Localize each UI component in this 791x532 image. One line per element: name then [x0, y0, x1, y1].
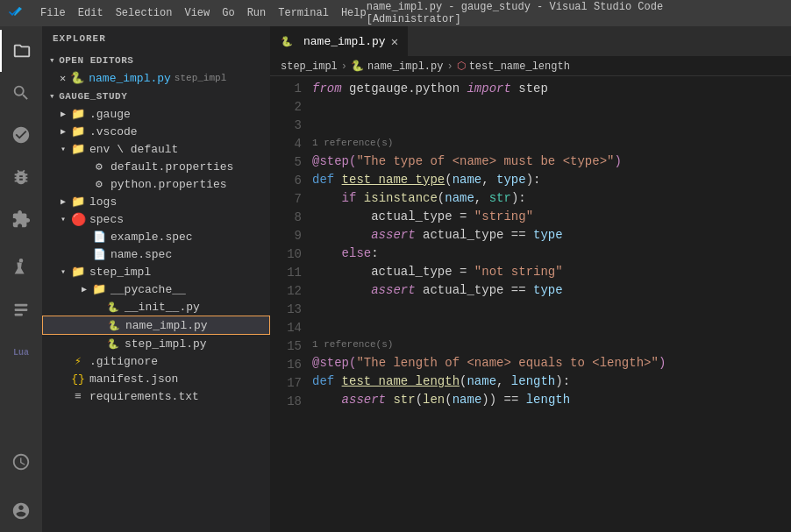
code-line-4: @step("The type of <name> must be <type>… [312, 153, 777, 171]
folder-logs-label: logs [89, 195, 117, 209]
py-name-impl-icon: 🐍 [106, 317, 122, 333]
file-python-properties[interactable]: ⚙ python.properties [42, 175, 270, 193]
folder-step-impl-arrow: ▾ [56, 266, 70, 277]
vscode-app-icon [9, 6, 23, 20]
file-name-impl-py[interactable]: 🐍 name_impl.py [42, 316, 270, 335]
tab-bar: 🐍 name_impl.py ✕ [270, 26, 791, 57]
activity-extensions[interactable] [0, 198, 42, 240]
folder-vscode-label: .vscode [89, 125, 138, 138]
code-line-6: if isinstance(name, str): [312, 189, 777, 208]
code-content[interactable]: from getgauge.python import step 1 refer… [312, 80, 791, 532]
account-icon [11, 500, 32, 521]
folder-env-arrow: ▾ [56, 144, 70, 154]
folder-env-icon: 📁 [70, 141, 86, 157]
activity-gauge-bottom[interactable] [0, 441, 42, 483]
menu-run[interactable]: Run [247, 7, 267, 19]
breadcrumb-function: test_name_length [469, 60, 570, 73]
folder-step-impl[interactable]: ▾ 📁 step_impl [42, 263, 270, 280]
folder-env[interactable]: ▾ 📁 env \ default [42, 140, 270, 158]
open-editor-name-impl[interactable]: ✕ 🐍 name_impl.py step_impl [42, 69, 270, 87]
code-line-1: from getgauge.python import step [312, 80, 777, 98]
file-example-spec-label: example.spec [110, 231, 193, 244]
close-icon[interactable]: ✕ [60, 72, 66, 85]
breadcrumb: step_impl › 🐍 name_impl.py › ⬡ test_name… [270, 57, 791, 76]
file-name-spec[interactable]: 📄 name.spec [42, 245, 270, 263]
svg-rect-1 [15, 309, 28, 311]
svg-rect-2 [15, 314, 23, 316]
file-requirements-txt[interactable]: ≡ requirements.txt [42, 387, 270, 405]
activity-search[interactable] [0, 72, 42, 114]
folder-vscode[interactable]: ▶ 📁 .vscode [42, 123, 270, 140]
folder-logs-arrow: ▶ [56, 196, 70, 207]
file-init-py-label: __init__.py [125, 301, 200, 314]
code-line-10: actual_type = "not string" [312, 263, 777, 281]
tab-py-icon: 🐍 [279, 33, 295, 49]
activity-explorer[interactable] [0, 30, 42, 72]
folder-vscode-arrow: ▶ [56, 126, 70, 137]
gear-file-icon2: ⚙ [91, 176, 107, 192]
file-example-spec[interactable]: 📄 example.spec [42, 228, 270, 245]
editor-area: 🐍 name_impl.py ✕ step_impl › 🐍 name_impl… [270, 26, 791, 532]
file-manifest-json-label: manifest.json [89, 372, 178, 386]
menu-edit[interactable]: Edit [78, 7, 103, 19]
folder-gauge-arrow: ▶ [56, 109, 70, 119]
folder-icon: 📁 [70, 106, 86, 122]
activity-debug[interactable] [0, 156, 42, 198]
code-line-9: else: [312, 245, 777, 263]
spec-file-icon: 📄 [91, 229, 107, 245]
activity-bar: Lua [0, 26, 42, 532]
breadcrumb-py-icon-inline: 🐍 [351, 60, 364, 73]
code-line-5: def test_name_type(name, type): [312, 171, 777, 189]
file-step-impl-py[interactable]: 🐍 step_impl.py [42, 335, 270, 352]
file-default-properties[interactable]: ⚙ default.properties [42, 158, 270, 175]
folder-pycache[interactable]: ▶ 📁 __pycache__ [42, 280, 270, 298]
activity-beaker[interactable] [0, 247, 42, 289]
activity-lua[interactable]: Lua [0, 331, 42, 373]
explorer-title: EXPLORER [42, 26, 270, 51]
menu-terminal[interactable]: Terminal [278, 7, 329, 19]
file-gitignore[interactable]: ⚡ .gitignore [42, 352, 270, 370]
title-bar-left: File Edit Selection View Go Run Terminal… [9, 6, 367, 20]
sidebar: EXPLORER ▾ OPEN EDITORS ✕ 🐍 name_impl.py… [42, 26, 270, 532]
folder-specs[interactable]: ▾ 🔴 specs [42, 210, 270, 228]
folder-step-impl-label: step_impl [89, 266, 151, 279]
folder-gauge[interactable]: ▶ 📁 .gauge [42, 105, 270, 123]
tab-name-impl-py[interactable]: 🐍 name_impl.py ✕ [270, 26, 408, 56]
menu-file[interactable]: File [40, 7, 66, 19]
menu-view[interactable]: View [184, 7, 210, 19]
menu-selection[interactable]: Selection [116, 7, 173, 19]
code-line-7: actual_type = "string" [312, 208, 777, 226]
menu-help[interactable]: Help [341, 7, 367, 19]
activity-source-control[interactable] [0, 114, 42, 156]
folder-env-label: env \ default [89, 143, 178, 156]
title-bar: File Edit Selection View Go Run Terminal… [0, 0, 791, 26]
code-line-13 [312, 318, 777, 337]
git-icon [11, 124, 32, 145]
project-arrow: ▾ [49, 90, 55, 102]
folder-step-impl-icon: 📁 [70, 264, 86, 280]
project-header[interactable]: ▾ GAUGE_STUDY [42, 87, 270, 105]
folder-pycache-label: __pycache__ [110, 283, 186, 296]
folder-logs[interactable]: ▶ 📁 logs [42, 193, 270, 210]
main-layout: Lua EXPLORER ▾ OPEN EDITORS ✕ 🐍 name_imp… [0, 26, 791, 532]
py-init-icon: 🐍 [105, 299, 121, 315]
open-editors-arrow: ▾ [49, 54, 55, 66]
files-icon [11, 40, 32, 61]
beaker-icon [11, 258, 32, 279]
lua-icon: Lua [11, 342, 32, 363]
file-manifest-json[interactable]: {} manifest.json [42, 370, 270, 387]
file-default-properties-label: default.properties [110, 160, 233, 174]
activity-todo[interactable] [0, 289, 42, 331]
open-editors-header[interactable]: ▾ OPEN EDITORS [42, 51, 270, 69]
tab-close-button[interactable]: ✕ [391, 34, 398, 49]
py-file-icon: 🐍 [69, 70, 85, 86]
code-line-14: @step("The length of <name> equals to <l… [312, 354, 777, 372]
activity-account[interactable] [0, 490, 42, 532]
open-editors-label: OPEN EDITORS [59, 55, 133, 66]
code-editor[interactable]: 1 2 3 4 5 6 7 8 9 10 11 12 13 14 15 16 1… [270, 76, 791, 532]
folder-pycache-arrow: ▶ [77, 284, 91, 294]
file-init-py[interactable]: 🐍 __init__.py [42, 298, 270, 316]
file-python-properties-label: python.properties [110, 178, 227, 191]
menu-go[interactable]: Go [222, 7, 234, 19]
menu-bar[interactable]: File Edit Selection View Go Run Terminal… [40, 7, 367, 19]
